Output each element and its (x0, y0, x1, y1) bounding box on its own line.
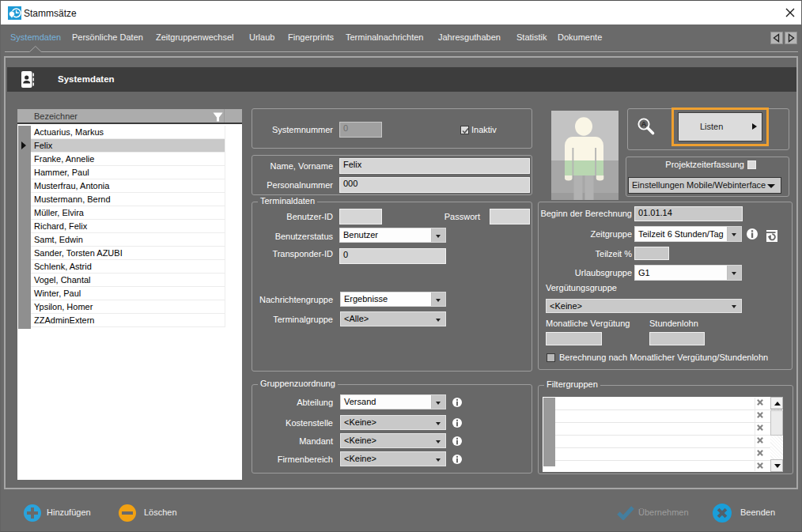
svg-text:A: A (641, 119, 647, 128)
